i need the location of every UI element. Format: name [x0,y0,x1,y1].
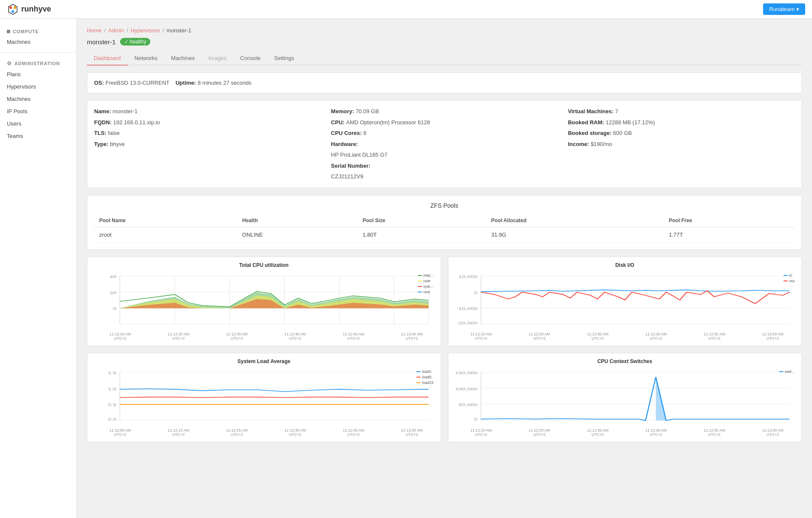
chart-cpu-xaxis: 11:12:10 AMUTC+2 11:12:20 AMUTC+2 11:12:… [92,332,436,341]
top-navigation: runhyve Runateam ▾ [0,0,812,19]
chart-cpu: Total CPU utilization 40 20 0 [87,257,441,346]
logo-icon [7,3,19,15]
info-memory: Memory: 70.09 GB [331,107,557,116]
status-badge: ✓ healthy [120,38,151,46]
zfs-table: Pool Name Health Pool Size Pool Allocate… [94,214,795,243]
info-col-2: Memory: 70.09 GB CPU: AMD Opteron(tm) Pr… [331,107,557,181]
chart-load: System Load Average 1.5 1.0 0.5 0.0 [87,353,441,442]
sidebar-divider [0,52,76,53]
main-content: Home / Admin / Hypervisors / monster-1 m… [77,19,812,518]
info-col-1: Name: monster-1 FQDN: 192.168.0.11.xip.i… [94,107,321,181]
tab-dashboard[interactable]: Dashboard [87,52,128,66]
gear-icon: ⚙ [7,60,12,66]
zfs-title: ZFS Pools [94,202,795,209]
chart-context-xaxis: 11:12:10 AMUTC+2 11:12:20 AMUTC+2 11:12:… [453,428,797,437]
logo[interactable]: runhyve [7,3,51,15]
tab-machines[interactable]: Machines [164,52,202,66]
sidebar-item-plans[interactable]: Plans [0,68,76,80]
svg-text:100,000: 100,000 [455,386,477,391]
svg-marker-0 [9,4,17,14]
host-header: monster-1 ✓ healthy [87,38,802,46]
svg-text:0.5: 0.5 [108,402,116,407]
info-type: Type: bhyve [94,140,321,149]
zfs-pool-allocated: 31.9G [486,227,663,242]
uptime-value: 8 minutes 27 seconds [198,80,251,86]
svg-text:20: 20 [109,290,116,295]
info-booked-storage: Booked storage: 600 GB [568,129,795,137]
breadcrumb-hypervisors[interactable]: Hypervisors [131,27,160,34]
info-grid: Name: monster-1 FQDN: 192.168.0.11.xip.i… [94,107,795,181]
legend-disk-in: in [783,273,795,278]
svg-marker-48 [646,377,666,420]
zfs-card: ZFS Pools Pool Name Health Pool Size Poo… [87,195,802,250]
zfs-col-pool-name: Pool Name [94,214,237,227]
os-info: OS: FreeBSD 13.0-CURRENT Uptime: 8 minut… [94,80,795,86]
breadcrumb-current: monster-1 [166,27,192,34]
os-info-card: OS: FreeBSD 13.0-CURRENT Uptime: 8 minut… [87,72,802,93]
tab-console[interactable]: Console [233,52,267,66]
runateam-button[interactable]: Runateam ▾ [763,3,805,15]
svg-point-2 [14,6,16,9]
chart-disk-title: Disk I/O [453,262,797,268]
status-text: healthy [130,39,146,45]
info-cpu: CPU: AMD Opteron(tm) Processor 6128 [331,118,557,127]
chart-disk-legend: in out [783,273,795,283]
tab-images[interactable]: Images [201,52,233,66]
chart-cpu-title: Total CPU utilization [92,262,436,268]
legend-disk-out: out [783,279,795,283]
chart-load-xaxis: 11:12:05 AMUTC+2 11:12:15 AMUTC+2 11:12:… [92,428,436,437]
sidebar: COMPUTE Machines ⚙ ADMINISTRATION Plans … [0,19,77,518]
chart-cpu-svg: 40 20 0 [92,272,436,331]
os-value: FreeBSD 13.0-CURRENT [106,80,169,86]
chart-load-title: System Load Average [92,358,436,364]
svg-text:0: 0 [113,306,116,311]
zfs-pool-free: 1.77T [664,227,795,242]
svg-text:0: 0 [474,290,477,295]
svg-text:0: 0 [474,417,477,421]
sidebar-item-hypervisors[interactable]: Hypervisors [0,80,76,93]
legend-system: syst... [418,284,434,289]
sidebar-item-admin-machines[interactable]: Machines [0,93,76,105]
svg-point-1 [9,6,12,9]
check-icon: ✓ [124,39,128,45]
legend-load1: load1 [416,369,433,374]
legend-nice: nice [418,290,434,294]
os-label: OS: [94,80,104,86]
sidebar-item-users[interactable]: Users [0,117,76,130]
info-vms: Virtual Machines: 7 [568,107,795,116]
chart-load-legend: load1 load5 load15 [416,369,433,385]
chart-context-area: 150,000 100,000 50,000 0 swit... [453,368,797,427]
chart-disk-xaxis: 11:12:10 AMUTC+2 11:12:20 AMUTC+2 11:12:… [453,332,797,341]
breadcrumb-home[interactable]: Home [87,27,102,34]
info-cpu-cores: CPU Cores: 8 [331,129,557,137]
info-col-3: Virtual Machines: 7 Booked RAM: 12288 MB… [568,107,795,181]
tab-networks[interactable]: Networks [128,52,164,66]
chart-context-svg: 150,000 100,000 50,000 0 [453,368,797,427]
sidebar-item-ip-pools[interactable]: IP Pools [0,105,76,117]
info-fqdn: FQDN: 192.168.0.11.xip.io [94,118,321,127]
admin-section-label: ⚙ ADMINISTRATION [0,57,76,68]
svg-text:150,000: 150,000 [455,370,477,375]
system-info-card: Name: monster-1 FQDN: 192.168.0.11.xip.i… [87,100,802,188]
breadcrumb-admin[interactable]: Admin [108,27,124,34]
info-tls: TLS: false [94,129,321,137]
chart-disk: Disk I/O 10,000 0 -10,000 -20,000 [448,257,802,346]
legend-load5: load5 [416,375,433,379]
charts-grid: Total CPU utilization 40 20 0 [87,257,802,442]
zfs-pool-size: 1.80T [357,227,486,242]
host-name: monster-1 [87,38,116,46]
uptime-label: Uptime: [175,80,196,86]
info-serial-label: Serial Number: [331,162,557,170]
info-name: Name: monster-1 [94,107,321,116]
legend-interrupt: inter... [418,273,434,278]
breadcrumb: Home / Admin / Hypervisors / monster-1 [87,27,802,34]
zfs-col-pool-size: Pool Size [357,214,486,227]
tab-bar: Dashboard Networks Machines Images Conso… [87,52,802,66]
sidebar-item-machines[interactable]: Machines [0,36,76,48]
zfs-health: ONLINE [237,227,358,242]
svg-text:1.0: 1.0 [108,386,116,391]
sidebar-item-teams[interactable]: Teams [0,130,76,142]
tab-settings[interactable]: Settings [267,52,301,66]
chart-context-title: CPU Context Switches [453,358,797,364]
info-serial-value: CZJ21212V9 [331,172,557,181]
